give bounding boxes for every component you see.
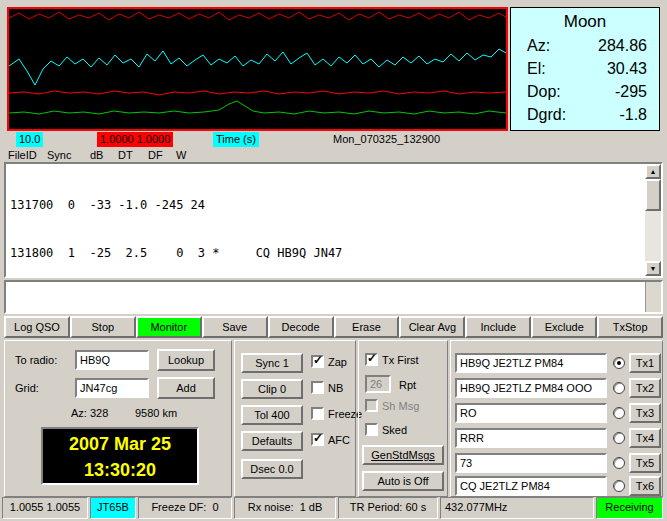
clock-time: 13:30:20 bbox=[43, 457, 197, 483]
zap-label: Zap bbox=[328, 356, 347, 368]
moon-az-label: Az: bbox=[527, 34, 550, 57]
dsec-control[interactable]: Dsec 0.0 bbox=[241, 459, 303, 479]
tx5-button[interactable]: Tx5 bbox=[629, 453, 661, 473]
nb-checkbox-box[interactable] bbox=[311, 381, 324, 394]
tx-first-checkbox-box[interactable] bbox=[365, 353, 378, 366]
decode-button[interactable]: Decode bbox=[268, 316, 334, 338]
moon-dgrd-label: Dgrd: bbox=[527, 103, 566, 126]
defaults-button[interactable]: Defaults bbox=[241, 431, 303, 451]
clip-control[interactable]: Clip 0 bbox=[241, 379, 303, 399]
sked-checkbox-box[interactable] bbox=[365, 423, 378, 436]
tx4-message-input[interactable] bbox=[455, 428, 607, 448]
noise-trace bbox=[9, 101, 506, 114]
save-button[interactable]: Save bbox=[202, 316, 268, 338]
decode-scrollbar[interactable]: ▲ ▼ bbox=[645, 164, 661, 276]
calib-tag: 1.0000 1.0000 bbox=[97, 132, 173, 147]
txopts-group: Tx First Rpt Sh Msg Sked GenStdMsgs Auto… bbox=[358, 340, 448, 497]
moon-title: Moon bbox=[511, 8, 659, 34]
moon-dop-value: -295 bbox=[615, 80, 647, 103]
zap-checkbox[interactable]: Zap bbox=[311, 355, 347, 368]
moon-panel: Moon Az:284.86 El:30.43 Dop:-295 Dgrd:-1… bbox=[510, 7, 660, 131]
utc-clock: 2007 Mar 25 13:30:20 bbox=[41, 427, 199, 485]
to-radio-input[interactable] bbox=[75, 350, 149, 370]
nb-checkbox[interactable]: NB bbox=[311, 381, 343, 394]
log-qso-button[interactable]: Log QSO bbox=[4, 316, 70, 338]
status-frequency: 432.077MHz bbox=[440, 497, 594, 519]
tx2-radio[interactable] bbox=[613, 382, 625, 394]
tol-control[interactable]: Tol 400 bbox=[241, 405, 303, 425]
tx5-message-input[interactable] bbox=[455, 453, 607, 473]
tx6-radio[interactable] bbox=[613, 480, 625, 492]
time-axis-tag: Time (s) bbox=[213, 132, 259, 147]
auto-button[interactable]: Auto is Off bbox=[362, 471, 444, 491]
status-mode: JT65B bbox=[90, 497, 136, 519]
freeze-checkbox[interactable]: Freeze bbox=[311, 407, 362, 420]
gen-std-msgs-button[interactable]: GenStdMsgs bbox=[362, 445, 444, 465]
tx4-button[interactable]: Tx4 bbox=[629, 428, 661, 448]
status-freeze-df: Freeze DF: 0 bbox=[138, 497, 232, 519]
nb-label: NB bbox=[328, 382, 343, 394]
zap-checkbox-box[interactable] bbox=[311, 355, 324, 368]
signal-trace bbox=[9, 49, 506, 85]
tx6-message-input[interactable] bbox=[455, 476, 607, 496]
moon-el-value: 30.43 bbox=[607, 57, 647, 80]
lookup-button[interactable]: Lookup bbox=[157, 349, 215, 371]
scroll-thumb[interactable] bbox=[645, 179, 661, 211]
tx-messages-group: Tx1 Tx2 Tx3 Tx4 Tx5 Tx6 bbox=[450, 340, 663, 497]
grid-input[interactable] bbox=[75, 378, 149, 398]
sh-msg-checkbox-box bbox=[365, 399, 378, 412]
sync-trace bbox=[9, 12, 506, 20]
stop-button[interactable]: Stop bbox=[70, 316, 136, 338]
tx2-button[interactable]: Tx2 bbox=[629, 378, 661, 398]
file-name: Mon_070325_132900 bbox=[330, 132, 443, 147]
tx6-button[interactable]: Tx6 bbox=[629, 476, 661, 496]
exclude-button[interactable]: Exclude bbox=[531, 316, 597, 338]
tx3-radio[interactable] bbox=[613, 407, 625, 419]
grid-label: Grid: bbox=[15, 382, 39, 394]
erase-button[interactable]: Erase bbox=[334, 316, 400, 338]
scroll-down-icon[interactable]: ▼ bbox=[645, 261, 661, 276]
tx4-radio[interactable] bbox=[613, 432, 625, 444]
sync-control[interactable]: Sync 1 bbox=[241, 353, 303, 373]
tx2-message-input[interactable] bbox=[455, 378, 607, 398]
tx3-button[interactable]: Tx3 bbox=[629, 403, 661, 423]
sked-checkbox[interactable]: Sked bbox=[365, 423, 407, 436]
clear-avg-button[interactable]: Clear Avg bbox=[399, 316, 465, 338]
toolbar: Log QSO Stop Monitor Save Decode Erase C… bbox=[4, 316, 663, 338]
status-calib: 1.0055 1.0055 bbox=[2, 497, 88, 519]
status-rx-noise: Rx noise: 1 dB bbox=[234, 497, 336, 519]
average-scrollbar[interactable] bbox=[645, 282, 661, 312]
wsjt-main-window: Moon Az:284.86 El:30.43 Dop:-295 Dgrd:-1… bbox=[0, 0, 667, 521]
spectrum-display[interactable] bbox=[7, 7, 508, 131]
freeze-checkbox-box[interactable] bbox=[311, 407, 324, 420]
tx5-radio[interactable] bbox=[613, 457, 625, 469]
status-tr-period: TR Period: 60 s bbox=[338, 497, 438, 519]
col-fileid: FileID bbox=[8, 149, 37, 161]
azimuth-text: Az: 328 bbox=[71, 407, 108, 419]
station-group: To radio: Lookup Grid: Add Az: 328 9580 … bbox=[4, 340, 232, 497]
include-button[interactable]: Include bbox=[465, 316, 531, 338]
scroll-up-icon[interactable]: ▲ bbox=[645, 164, 661, 179]
afc-checkbox[interactable]: AFC bbox=[311, 433, 350, 446]
afc-checkbox-box[interactable] bbox=[311, 433, 324, 446]
average-text-area[interactable]: 132800 1 1/11 132900 2 0/11 bbox=[4, 280, 663, 314]
decode-text-area[interactable]: 131700 0 -33 -1.0 -245 24 131800 1 -25 2… bbox=[4, 162, 663, 278]
txstop-button[interactable]: TxStop bbox=[597, 316, 663, 338]
tx3-message-input[interactable] bbox=[455, 403, 607, 423]
sked-label: Sked bbox=[382, 424, 407, 436]
monitor-button[interactable]: Monitor bbox=[136, 316, 202, 338]
tx-first-checkbox[interactable]: Tx First bbox=[365, 353, 419, 366]
decode-line[interactable]: 131800 1 -25 2.5 0 3 * CQ HB9Q JN47 bbox=[10, 245, 661, 261]
moon-el-label: El: bbox=[527, 57, 546, 80]
afc-label: AFC bbox=[328, 434, 350, 446]
col-df: DF bbox=[148, 149, 163, 161]
reference-trace bbox=[9, 91, 506, 95]
col-sync: Sync bbox=[47, 149, 71, 161]
add-button[interactable]: Add bbox=[157, 377, 215, 399]
tx1-button[interactable]: Tx1 bbox=[629, 353, 661, 373]
tx1-radio[interactable] bbox=[613, 357, 625, 369]
tx1-message-input[interactable] bbox=[455, 353, 607, 373]
decode-line[interactable]: 131700 0 -33 -1.0 -245 24 bbox=[10, 197, 661, 213]
params-group: Sync 1 Clip 0 Tol 400 Defaults Dsec 0.0 … bbox=[234, 340, 356, 497]
moon-dop-label: Dop: bbox=[527, 80, 561, 103]
